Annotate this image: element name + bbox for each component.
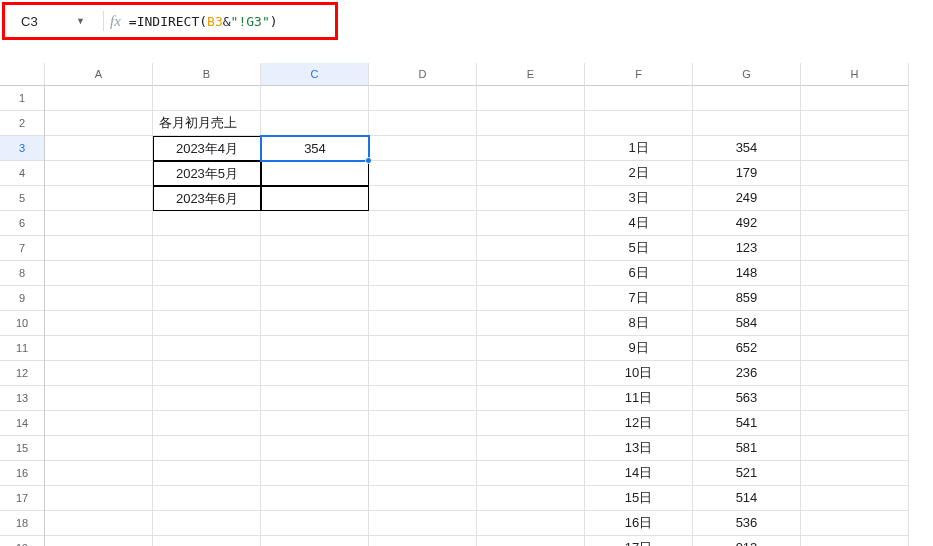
cell-E5[interactable] bbox=[477, 186, 585, 211]
cell-B14[interactable] bbox=[153, 411, 261, 436]
cell-A17[interactable] bbox=[45, 486, 153, 511]
row-header-10[interactable]: 10 bbox=[0, 311, 45, 336]
col-header-C[interactable]: C bbox=[261, 63, 369, 86]
col-header-D[interactable]: D bbox=[369, 63, 477, 86]
cell-B7[interactable] bbox=[153, 236, 261, 261]
cell-B19[interactable] bbox=[153, 536, 261, 546]
cell-H11[interactable] bbox=[801, 336, 909, 361]
cell-G2[interactable] bbox=[693, 111, 801, 136]
cell-A6[interactable] bbox=[45, 211, 153, 236]
cell-C5[interactable] bbox=[261, 186, 369, 211]
select-all-corner[interactable] bbox=[0, 63, 45, 86]
cell-H5[interactable] bbox=[801, 186, 909, 211]
cell-C18[interactable] bbox=[261, 511, 369, 536]
cell-E11[interactable] bbox=[477, 336, 585, 361]
cell-C17[interactable] bbox=[261, 486, 369, 511]
cell-H18[interactable] bbox=[801, 511, 909, 536]
cell-C15[interactable] bbox=[261, 436, 369, 461]
row-header-6[interactable]: 6 bbox=[0, 211, 45, 236]
cell-F8[interactable]: 6日 bbox=[585, 261, 693, 286]
row-header-1[interactable]: 1 bbox=[0, 86, 45, 111]
row-header-12[interactable]: 12 bbox=[0, 361, 45, 386]
cell-A19[interactable] bbox=[45, 536, 153, 546]
row-header-18[interactable]: 18 bbox=[0, 511, 45, 536]
cell-A12[interactable] bbox=[45, 361, 153, 386]
cell-B15[interactable] bbox=[153, 436, 261, 461]
spreadsheet-grid[interactable]: ABCDEFGH12各月初月売上32023年4月3541日35442023年5月… bbox=[0, 63, 933, 546]
cell-H16[interactable] bbox=[801, 461, 909, 486]
cell-F17[interactable]: 15日 bbox=[585, 486, 693, 511]
cell-F16[interactable]: 14日 bbox=[585, 461, 693, 486]
cell-E13[interactable] bbox=[477, 386, 585, 411]
cell-D7[interactable] bbox=[369, 236, 477, 261]
cell-D14[interactable] bbox=[369, 411, 477, 436]
cell-G4[interactable]: 179 bbox=[693, 161, 801, 186]
cell-F5[interactable]: 3日 bbox=[585, 186, 693, 211]
cell-E8[interactable] bbox=[477, 261, 585, 286]
cell-E3[interactable] bbox=[477, 136, 585, 161]
cell-C7[interactable] bbox=[261, 236, 369, 261]
cell-E9[interactable] bbox=[477, 286, 585, 311]
cell-G15[interactable]: 581 bbox=[693, 436, 801, 461]
cell-H19[interactable] bbox=[801, 536, 909, 546]
cell-B8[interactable] bbox=[153, 261, 261, 286]
cell-C9[interactable] bbox=[261, 286, 369, 311]
cell-G14[interactable]: 541 bbox=[693, 411, 801, 436]
cell-B3[interactable]: 2023年4月 bbox=[153, 136, 261, 161]
cell-B12[interactable] bbox=[153, 361, 261, 386]
col-header-A[interactable]: A bbox=[45, 63, 153, 86]
cell-G17[interactable]: 514 bbox=[693, 486, 801, 511]
cell-F7[interactable]: 5日 bbox=[585, 236, 693, 261]
cell-C19[interactable] bbox=[261, 536, 369, 546]
name-box[interactable] bbox=[13, 10, 87, 33]
row-header-5[interactable]: 5 bbox=[0, 186, 45, 211]
cell-C10[interactable] bbox=[261, 311, 369, 336]
row-header-4[interactable]: 4 bbox=[0, 161, 45, 186]
cell-B6[interactable] bbox=[153, 211, 261, 236]
cell-E1[interactable] bbox=[477, 86, 585, 111]
cell-C16[interactable] bbox=[261, 461, 369, 486]
cell-A15[interactable] bbox=[45, 436, 153, 461]
cell-H14[interactable] bbox=[801, 411, 909, 436]
cell-A4[interactable] bbox=[45, 161, 153, 186]
row-header-3[interactable]: 3 bbox=[0, 136, 45, 161]
cell-G12[interactable]: 236 bbox=[693, 361, 801, 386]
cell-F11[interactable]: 9日 bbox=[585, 336, 693, 361]
cell-H17[interactable] bbox=[801, 486, 909, 511]
cell-A7[interactable] bbox=[45, 236, 153, 261]
cell-E2[interactable] bbox=[477, 111, 585, 136]
cell-H6[interactable] bbox=[801, 211, 909, 236]
cell-F4[interactable]: 2日 bbox=[585, 161, 693, 186]
cell-F2[interactable] bbox=[585, 111, 693, 136]
cell-A18[interactable] bbox=[45, 511, 153, 536]
cell-A9[interactable] bbox=[45, 286, 153, 311]
cell-D1[interactable] bbox=[369, 86, 477, 111]
cell-G8[interactable]: 148 bbox=[693, 261, 801, 286]
cell-A3[interactable] bbox=[45, 136, 153, 161]
cell-D11[interactable] bbox=[369, 336, 477, 361]
row-header-15[interactable]: 15 bbox=[0, 436, 45, 461]
cell-G5[interactable]: 249 bbox=[693, 186, 801, 211]
cell-F9[interactable]: 7日 bbox=[585, 286, 693, 311]
cell-D3[interactable] bbox=[369, 136, 477, 161]
cell-A1[interactable] bbox=[45, 86, 153, 111]
cell-E15[interactable] bbox=[477, 436, 585, 461]
cell-C11[interactable] bbox=[261, 336, 369, 361]
col-header-H[interactable]: H bbox=[801, 63, 909, 86]
cell-C1[interactable] bbox=[261, 86, 369, 111]
cell-B1[interactable] bbox=[153, 86, 261, 111]
row-header-2[interactable]: 2 bbox=[0, 111, 45, 136]
cell-H10[interactable] bbox=[801, 311, 909, 336]
cell-F1[interactable] bbox=[585, 86, 693, 111]
cell-E18[interactable] bbox=[477, 511, 585, 536]
cell-B17[interactable] bbox=[153, 486, 261, 511]
cell-F6[interactable]: 4日 bbox=[585, 211, 693, 236]
cell-E16[interactable] bbox=[477, 461, 585, 486]
cell-B5[interactable]: 2023年6月 bbox=[153, 186, 261, 211]
cell-G6[interactable]: 492 bbox=[693, 211, 801, 236]
row-header-7[interactable]: 7 bbox=[0, 236, 45, 261]
selection-handle[interactable] bbox=[365, 157, 372, 164]
cell-B18[interactable] bbox=[153, 511, 261, 536]
cell-B13[interactable] bbox=[153, 386, 261, 411]
cell-F14[interactable]: 12日 bbox=[585, 411, 693, 436]
